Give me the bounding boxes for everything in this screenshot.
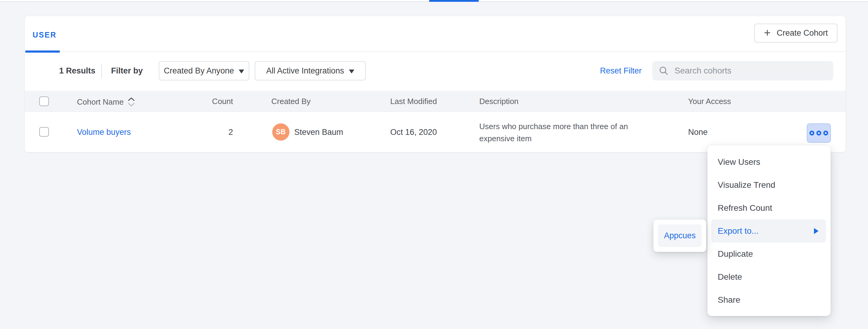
select-all-checkbox[interactable] bbox=[39, 97, 49, 106]
submenu-arrow-icon bbox=[814, 228, 818, 234]
ellipsis-icon bbox=[823, 131, 828, 135]
header-count: Count bbox=[182, 97, 233, 106]
header-cohort-name[interactable]: Cohort Name bbox=[77, 97, 135, 107]
chevron-down-icon bbox=[239, 70, 244, 74]
menu-item-visualize-trend[interactable]: Visualize Trend bbox=[707, 173, 831, 196]
ellipsis-icon bbox=[809, 131, 814, 135]
avatar: SB bbox=[272, 124, 289, 141]
row-actions-button[interactable] bbox=[807, 124, 831, 143]
access-value: None bbox=[688, 128, 708, 137]
sort-icon bbox=[127, 97, 135, 107]
ellipsis-icon bbox=[816, 131, 821, 135]
filter-divider bbox=[101, 64, 102, 78]
plus-icon: + bbox=[764, 27, 771, 38]
tab-user[interactable]: USER bbox=[25, 16, 60, 52]
description-value: Users who purchase more than three of an… bbox=[479, 120, 648, 144]
header-your-access: Your Access bbox=[688, 97, 731, 106]
table-header: Cohort Name Count Created By Last Modifi… bbox=[25, 91, 846, 112]
header-created-by: Created By bbox=[271, 97, 311, 106]
chevron-down-icon bbox=[349, 70, 354, 74]
row-checkbox[interactable] bbox=[39, 127, 49, 137]
menu-item-refresh-count[interactable]: Refresh Count bbox=[707, 196, 831, 220]
menu-item-view-users[interactable]: View Users bbox=[707, 150, 831, 173]
integrations-dropdown[interactable]: All Active Integrations bbox=[255, 61, 366, 80]
tab-active-underline bbox=[25, 51, 60, 53]
cohort-name-link[interactable]: Volume buyers bbox=[77, 128, 131, 137]
menu-item-duplicate[interactable]: Duplicate bbox=[707, 243, 831, 266]
created-by-value: Steven Baum bbox=[294, 128, 343, 137]
created-by-dropdown[interactable]: Created By Anyone bbox=[159, 61, 249, 80]
created-by-dropdown-label: Created By Anyone bbox=[164, 66, 234, 76]
search-icon bbox=[659, 66, 669, 76]
create-cohort-label: Create Cohort bbox=[777, 28, 828, 38]
menu-item-delete[interactable]: Delete bbox=[707, 266, 831, 289]
export-submenu: Appcues bbox=[653, 220, 706, 252]
menu-item-export-to[interactable]: Export to... bbox=[711, 220, 826, 243]
search-input[interactable] bbox=[675, 66, 827, 76]
submenu-item-appcues[interactable]: Appcues bbox=[658, 224, 702, 247]
results-count: 1 Results bbox=[59, 66, 95, 76]
search-box bbox=[652, 61, 833, 80]
menu-item-share[interactable]: Share bbox=[707, 289, 831, 311]
cohort-count: 2 bbox=[182, 128, 233, 137]
reset-filter-link[interactable]: Reset Filter bbox=[600, 66, 642, 76]
cohort-type-tabs: USER + Create Cohort bbox=[25, 16, 846, 52]
active-tab-indicator bbox=[429, 0, 479, 2]
cohorts-card: USER + Create Cohort 1 Results Filter by… bbox=[25, 16, 846, 152]
last-modified-value: Oct 16, 2020 bbox=[390, 128, 437, 137]
integrations-dropdown-label: All Active Integrations bbox=[266, 66, 344, 76]
row-actions-menu: View Users Visualize Trend Refresh Count… bbox=[707, 145, 831, 316]
create-cohort-button[interactable]: + Create Cohort bbox=[754, 24, 838, 43]
header-last-modified: Last Modified bbox=[390, 97, 437, 106]
header-description: Description bbox=[479, 97, 519, 106]
tab-user-label: USER bbox=[33, 31, 56, 39]
top-tab-strip bbox=[0, 0, 868, 2]
filter-by-label: Filter by bbox=[111, 66, 143, 76]
